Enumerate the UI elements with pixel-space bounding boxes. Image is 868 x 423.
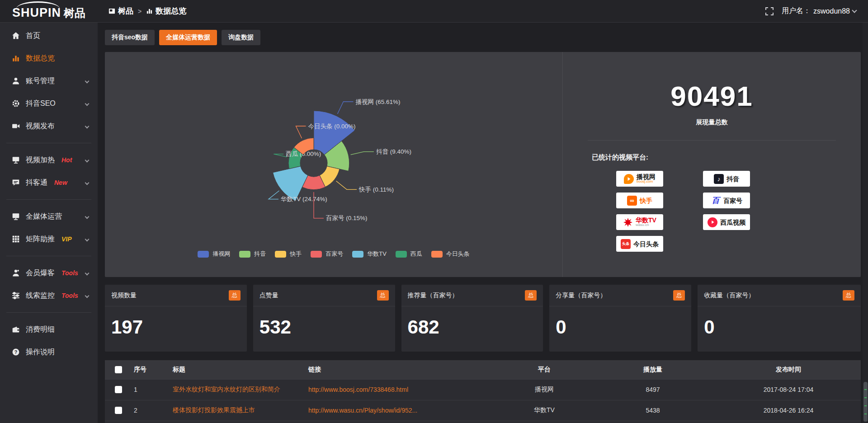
help-icon: ? — [12, 348, 20, 356]
scrollbar-track[interactable] — [863, 23, 868, 423]
platform-badge-播视网: 播视网boosj.com — [616, 171, 663, 187]
sidebar-item-matrix-boost[interactable]: 矩阵助推VIP — [0, 230, 98, 249]
stat-card-title: 分享量（百家号） — [556, 291, 606, 300]
pie-label-快手: 快手 (0.11%) — [359, 186, 394, 193]
summary-panel: 90491 展现量总数 已统计的视频平台: 播视网boosj.com∞快手华数T… — [562, 52, 861, 277]
sidebar-item-douyin-seo[interactable]: 抖音SEO — [0, 94, 98, 113]
table-row-2: 2楼体投影灯投影效果震撼上市http://www.wasu.cn/Play/sh… — [105, 400, 861, 421]
breadcrumb-item-data-overview[interactable]: 数据总览 — [146, 6, 186, 16]
platform-badge-今日头条: 头条今日头条 — [616, 236, 663, 252]
sidebar-item-clue-monitor[interactable]: 线索监控Tools — [0, 286, 98, 305]
stat-card-2: 点赞量总532 — [253, 285, 395, 352]
wasu-icon — [623, 217, 633, 227]
cell-plays: 5438 — [590, 400, 716, 421]
scrollbar-thumb[interactable] — [863, 382, 868, 422]
cell-title-link[interactable]: 楼体投影灯投影效果震撼上市 — [173, 406, 255, 414]
stat-card-value: 682 — [401, 306, 543, 338]
sidebar-item-account[interactable]: 账号管理 — [0, 71, 98, 90]
topbar-right: 用户名： zswodun88 — [765, 6, 868, 16]
table-row-partial — [105, 421, 861, 423]
platform-name: 抖音 — [726, 176, 739, 182]
platforms-col-right: ♪抖音百百家号西瓜视频 — [703, 171, 750, 252]
cell-no: 2 — [130, 400, 169, 421]
tab-1[interactable]: 抖音seo数据 — [105, 30, 155, 45]
platform-subtext: boosj.com — [637, 180, 653, 184]
legend-label: 抖音 — [254, 250, 266, 258]
cell-plays: 8497 — [590, 379, 716, 400]
chevron-down-icon — [85, 293, 90, 298]
tab-2[interactable]: 全媒体运营数据 — [159, 30, 217, 45]
media-icon — [12, 212, 20, 221]
legend-label: 快手 — [290, 250, 302, 258]
stat-card-title: 点赞量 — [259, 291, 278, 300]
tab-3[interactable]: 询盘数据 — [222, 30, 260, 45]
select-all-checkbox[interactable] — [115, 366, 122, 373]
platform-badge-华数TV: 华数TVwasu.cn — [616, 214, 663, 230]
user-menu[interactable]: 用户名： zswodun88 — [782, 6, 856, 16]
legend-item-抖音[interactable]: 抖音 — [239, 250, 266, 258]
sidebar-item-video-heat[interactable]: 视频加热Hot — [0, 150, 98, 169]
logo-text-cn: 树品 — [64, 7, 85, 19]
sliders-icon — [12, 291, 20, 300]
cell-url-link[interactable]: http://www.wasu.cn/Play/show/id/952... — [308, 407, 417, 414]
legend-label: 百家号 — [326, 250, 343, 258]
legend-item-今日头条[interactable]: 今日头条 — [431, 250, 470, 258]
legend-item-百家号[interactable]: 百家号 — [311, 250, 343, 258]
legend-swatch — [311, 251, 322, 258]
legend-item-快手[interactable]: 快手 — [275, 250, 302, 258]
sidebar-divider — [6, 143, 91, 143]
sidebar-menu: 首页数据总览账号管理抖音SEO视频发布视频加热Hot抖客通New全媒体运营矩阵助… — [0, 26, 98, 362]
stat-card-title: 收藏量（百家号） — [704, 291, 755, 300]
svg-text:?: ? — [14, 349, 18, 355]
legend-item-播视网[interactable]: 播视网 — [198, 250, 230, 258]
legend-item-西瓜[interactable]: 西瓜 — [396, 250, 422, 258]
legend-swatch — [396, 251, 407, 258]
sidebar-divider — [6, 256, 91, 256]
main-content: 抖音seo数据全媒体运营数据询盘数据 播视网 (65.61%)抖音 (9.40%… — [98, 23, 868, 423]
sidebar-item-video-publish[interactable]: 视频发布 — [0, 117, 98, 136]
fullscreen-icon[interactable] — [765, 7, 774, 15]
sidebar-item-media-operation[interactable]: 全媒体运营 — [0, 207, 98, 226]
pie-label-line — [269, 191, 279, 199]
topbar: SHUPIN 树品 树品 > 数据总览 用户名： zswodun88 — [0, 0, 868, 23]
row-checkbox[interactable] — [115, 407, 122, 414]
cell-platform: 播视网 — [499, 379, 590, 400]
platforms-grid: 播视网boosj.com∞快手华数TVwasu.cn头条今日头条 ♪抖音百百家号… — [616, 171, 861, 252]
col-link: 链接 — [305, 360, 499, 379]
legend-label: 今日头条 — [446, 250, 470, 258]
legend-item-华数TV[interactable]: 华数TV — [352, 250, 387, 258]
legend-swatch — [431, 251, 443, 258]
videos-table: 序号 标题 链接 平台 播放量 发布时间 1室外水纹灯和室内水纹灯的区别和简介h… — [105, 360, 861, 423]
sidebar-item-label: 操作说明 — [26, 348, 55, 357]
sidebar-item-label: 首页 — [26, 31, 40, 41]
logo-text-en: SHUPIN — [12, 7, 61, 19]
chevron-down-icon — [85, 124, 90, 128]
breadcrumb: 树品 > 数据总览 — [108, 6, 186, 16]
username-label: 用户名： — [782, 6, 811, 16]
sidebar-item-data-overview[interactable]: 数据总览 — [0, 49, 98, 68]
col-no: 序号 — [130, 360, 169, 379]
breadcrumb-item-shupin[interactable]: 树品 — [108, 6, 133, 16]
cell-url-link[interactable]: http://www.boosj.com/7338468.html — [308, 386, 408, 393]
sidebar-item-label: 抖音SEO — [26, 99, 56, 108]
platform-name: 华数TV — [636, 217, 656, 223]
pie-label-播视网: 播视网 (65.61%) — [356, 99, 401, 105]
sidebar-item-member[interactable]: 会员爆客Tools — [0, 263, 98, 282]
cell-platform: 华数TV — [499, 400, 590, 421]
stat-cards: 视频数量总197点赞量总532推荐量（百家号）总682分享量（百家号）总0收藏量… — [105, 285, 861, 352]
sidebar-item-help[interactable]: ?操作说明 — [0, 343, 98, 362]
sidebar-item-douketong[interactable]: 抖客通New — [0, 173, 98, 192]
platforms-col-left: 播视网boosj.com∞快手华数TVwasu.cn头条今日头条 — [616, 171, 663, 252]
sidebar-item-home[interactable]: 首页 — [0, 26, 98, 45]
chevron-down-icon — [85, 158, 90, 162]
bar-chart-icon — [146, 8, 153, 14]
douyin-icon: ♪ — [714, 174, 724, 184]
platform-name: 快手 — [640, 197, 652, 204]
sidebar-item-consume[interactable]: 消费明细 — [0, 320, 98, 339]
sidebar-divider — [6, 199, 91, 200]
row-checkbox[interactable] — [115, 386, 122, 393]
total-badge: 总 — [673, 290, 685, 301]
cell-title-link[interactable]: 室外水纹灯和室内水纹灯的区别和简介 — [173, 385, 280, 393]
app-logo: SHUPIN 树品 — [0, 0, 98, 23]
sidebar-item-label: 数据总览 — [26, 54, 55, 63]
